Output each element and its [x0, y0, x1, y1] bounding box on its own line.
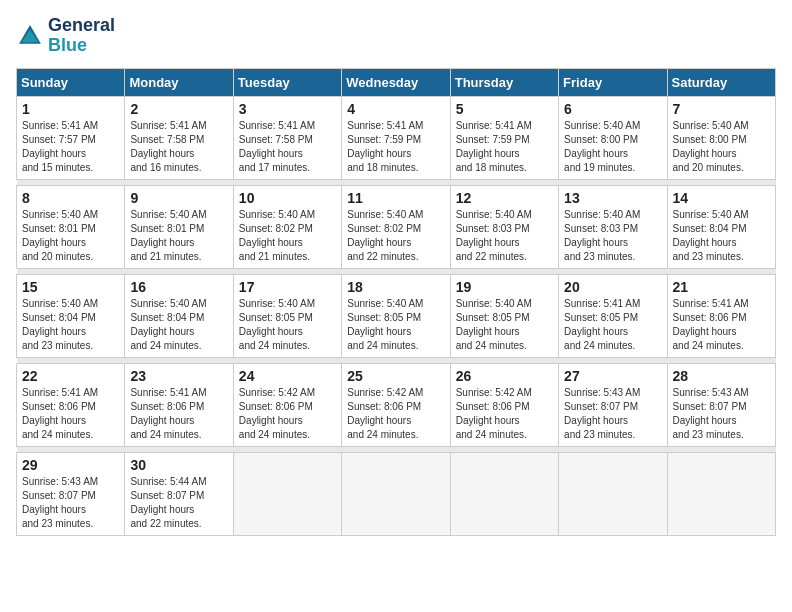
calendar-week-row: 1Sunrise: 5:41 AMSunset: 7:57 PMDaylight…: [17, 96, 776, 179]
day-detail: Sunrise: 5:41 AMSunset: 8:06 PMDaylight …: [130, 387, 206, 440]
calendar-day-cell: 2Sunrise: 5:41 AMSunset: 7:58 PMDaylight…: [125, 96, 233, 179]
weekday-header: Wednesday: [342, 68, 450, 96]
calendar-week-row: 29Sunrise: 5:43 AMSunset: 8:07 PMDayligh…: [17, 452, 776, 535]
day-detail: Sunrise: 5:41 AMSunset: 7:59 PMDaylight …: [347, 120, 423, 173]
calendar-week-row: 8Sunrise: 5:40 AMSunset: 8:01 PMDaylight…: [17, 185, 776, 268]
day-detail: Sunrise: 5:41 AMSunset: 7:58 PMDaylight …: [239, 120, 315, 173]
day-detail: Sunrise: 5:40 AMSunset: 8:04 PMDaylight …: [673, 209, 749, 262]
calendar-day-cell: 12Sunrise: 5:40 AMSunset: 8:03 PMDayligh…: [450, 185, 558, 268]
calendar-day-cell: 30Sunrise: 5:44 AMSunset: 8:07 PMDayligh…: [125, 452, 233, 535]
day-detail: Sunrise: 5:41 AMSunset: 7:59 PMDaylight …: [456, 120, 532, 173]
calendar-day-cell: 19Sunrise: 5:40 AMSunset: 8:05 PMDayligh…: [450, 274, 558, 357]
calendar-day-cell: [559, 452, 667, 535]
day-number: 21: [673, 279, 770, 295]
day-detail: Sunrise: 5:40 AMSunset: 8:05 PMDaylight …: [239, 298, 315, 351]
calendar-day-cell: 16Sunrise: 5:40 AMSunset: 8:04 PMDayligh…: [125, 274, 233, 357]
day-detail: Sunrise: 5:41 AMSunset: 7:57 PMDaylight …: [22, 120, 98, 173]
day-number: 18: [347, 279, 444, 295]
day-detail: Sunrise: 5:40 AMSunset: 8:01 PMDaylight …: [130, 209, 206, 262]
weekday-header: Saturday: [667, 68, 775, 96]
day-number: 29: [22, 457, 119, 473]
day-detail: Sunrise: 5:44 AMSunset: 8:07 PMDaylight …: [130, 476, 206, 529]
calendar-day-cell: [450, 452, 558, 535]
calendar-day-cell: 24Sunrise: 5:42 AMSunset: 8:06 PMDayligh…: [233, 363, 341, 446]
day-detail: Sunrise: 5:41 AMSunset: 7:58 PMDaylight …: [130, 120, 206, 173]
calendar-day-cell: [233, 452, 341, 535]
day-number: 6: [564, 101, 661, 117]
calendar-day-cell: [667, 452, 775, 535]
day-number: 16: [130, 279, 227, 295]
calendar-day-cell: 7Sunrise: 5:40 AMSunset: 8:00 PMDaylight…: [667, 96, 775, 179]
calendar-day-cell: 18Sunrise: 5:40 AMSunset: 8:05 PMDayligh…: [342, 274, 450, 357]
day-detail: Sunrise: 5:40 AMSunset: 8:00 PMDaylight …: [564, 120, 640, 173]
calendar-day-cell: 25Sunrise: 5:42 AMSunset: 8:06 PMDayligh…: [342, 363, 450, 446]
day-number: 4: [347, 101, 444, 117]
day-detail: Sunrise: 5:42 AMSunset: 8:06 PMDaylight …: [456, 387, 532, 440]
day-number: 2: [130, 101, 227, 117]
day-number: 20: [564, 279, 661, 295]
calendar-day-cell: 27Sunrise: 5:43 AMSunset: 8:07 PMDayligh…: [559, 363, 667, 446]
day-detail: Sunrise: 5:40 AMSunset: 8:03 PMDaylight …: [456, 209, 532, 262]
day-number: 14: [673, 190, 770, 206]
weekday-header: Monday: [125, 68, 233, 96]
day-detail: Sunrise: 5:42 AMSunset: 8:06 PMDaylight …: [239, 387, 315, 440]
weekday-header: Tuesday: [233, 68, 341, 96]
day-detail: Sunrise: 5:43 AMSunset: 8:07 PMDaylight …: [564, 387, 640, 440]
calendar-day-cell: 26Sunrise: 5:42 AMSunset: 8:06 PMDayligh…: [450, 363, 558, 446]
calendar-day-cell: 15Sunrise: 5:40 AMSunset: 8:04 PMDayligh…: [17, 274, 125, 357]
day-detail: Sunrise: 5:41 AMSunset: 8:06 PMDaylight …: [22, 387, 98, 440]
day-number: 26: [456, 368, 553, 384]
day-detail: Sunrise: 5:41 AMSunset: 8:05 PMDaylight …: [564, 298, 640, 351]
day-detail: Sunrise: 5:40 AMSunset: 8:02 PMDaylight …: [239, 209, 315, 262]
day-detail: Sunrise: 5:40 AMSunset: 8:03 PMDaylight …: [564, 209, 640, 262]
day-detail: Sunrise: 5:40 AMSunset: 8:05 PMDaylight …: [347, 298, 423, 351]
logo-icon: [16, 22, 44, 50]
day-number: 28: [673, 368, 770, 384]
calendar-day-cell: 29Sunrise: 5:43 AMSunset: 8:07 PMDayligh…: [17, 452, 125, 535]
day-detail: Sunrise: 5:43 AMSunset: 8:07 PMDaylight …: [22, 476, 98, 529]
day-detail: Sunrise: 5:40 AMSunset: 8:04 PMDaylight …: [130, 298, 206, 351]
day-number: 13: [564, 190, 661, 206]
calendar-week-row: 15Sunrise: 5:40 AMSunset: 8:04 PMDayligh…: [17, 274, 776, 357]
day-number: 10: [239, 190, 336, 206]
calendar-day-cell: 23Sunrise: 5:41 AMSunset: 8:06 PMDayligh…: [125, 363, 233, 446]
day-number: 8: [22, 190, 119, 206]
day-number: 7: [673, 101, 770, 117]
calendar-day-cell: 1Sunrise: 5:41 AMSunset: 7:57 PMDaylight…: [17, 96, 125, 179]
day-number: 12: [456, 190, 553, 206]
logo: General Blue: [16, 16, 115, 56]
day-detail: Sunrise: 5:40 AMSunset: 8:01 PMDaylight …: [22, 209, 98, 262]
day-number: 24: [239, 368, 336, 384]
day-number: 1: [22, 101, 119, 117]
day-number: 9: [130, 190, 227, 206]
day-number: 25: [347, 368, 444, 384]
day-detail: Sunrise: 5:40 AMSunset: 8:02 PMDaylight …: [347, 209, 423, 262]
calendar-day-cell: 6Sunrise: 5:40 AMSunset: 8:00 PMDaylight…: [559, 96, 667, 179]
calendar-day-cell: 9Sunrise: 5:40 AMSunset: 8:01 PMDaylight…: [125, 185, 233, 268]
day-number: 17: [239, 279, 336, 295]
logo-text: General Blue: [48, 16, 115, 56]
calendar-week-row: 22Sunrise: 5:41 AMSunset: 8:06 PMDayligh…: [17, 363, 776, 446]
day-number: 22: [22, 368, 119, 384]
day-detail: Sunrise: 5:42 AMSunset: 8:06 PMDaylight …: [347, 387, 423, 440]
day-detail: Sunrise: 5:40 AMSunset: 8:00 PMDaylight …: [673, 120, 749, 173]
calendar-day-cell: 10Sunrise: 5:40 AMSunset: 8:02 PMDayligh…: [233, 185, 341, 268]
calendar-day-cell: 3Sunrise: 5:41 AMSunset: 7:58 PMDaylight…: [233, 96, 341, 179]
day-number: 23: [130, 368, 227, 384]
weekday-header: Sunday: [17, 68, 125, 96]
calendar-day-cell: 14Sunrise: 5:40 AMSunset: 8:04 PMDayligh…: [667, 185, 775, 268]
day-detail: Sunrise: 5:40 AMSunset: 8:05 PMDaylight …: [456, 298, 532, 351]
calendar-day-cell: 21Sunrise: 5:41 AMSunset: 8:06 PMDayligh…: [667, 274, 775, 357]
day-detail: Sunrise: 5:43 AMSunset: 8:07 PMDaylight …: [673, 387, 749, 440]
day-number: 5: [456, 101, 553, 117]
calendar-day-cell: 17Sunrise: 5:40 AMSunset: 8:05 PMDayligh…: [233, 274, 341, 357]
weekday-header: Friday: [559, 68, 667, 96]
page-header: General Blue: [16, 16, 776, 56]
day-number: 19: [456, 279, 553, 295]
day-number: 30: [130, 457, 227, 473]
calendar-day-cell: 28Sunrise: 5:43 AMSunset: 8:07 PMDayligh…: [667, 363, 775, 446]
calendar-day-cell: 22Sunrise: 5:41 AMSunset: 8:06 PMDayligh…: [17, 363, 125, 446]
weekday-header-row: SundayMondayTuesdayWednesdayThursdayFrid…: [17, 68, 776, 96]
calendar-day-cell: 11Sunrise: 5:40 AMSunset: 8:02 PMDayligh…: [342, 185, 450, 268]
calendar-day-cell: 20Sunrise: 5:41 AMSunset: 8:05 PMDayligh…: [559, 274, 667, 357]
